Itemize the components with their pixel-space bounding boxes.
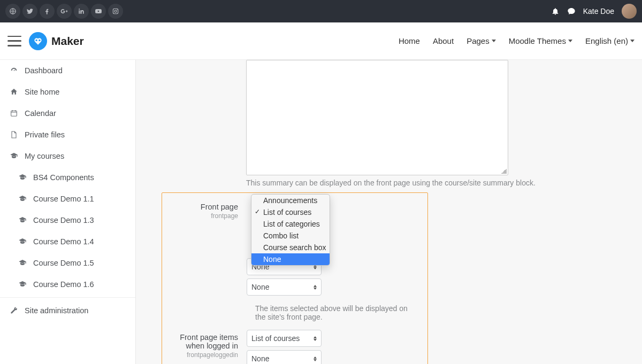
sort-icon <box>314 285 317 290</box>
select-value: List of courses <box>251 334 300 343</box>
sidebar-item-label: Course Demo 1.4 <box>33 237 94 246</box>
label-tech: frontpage <box>172 212 238 220</box>
twitter-icon[interactable] <box>22 4 37 19</box>
sidebar-item-siteadmin[interactable]: Site administration <box>0 300 135 321</box>
nav-pages[interactable]: Pages <box>467 36 496 45</box>
dropdown-option[interactable]: List of courses <box>251 206 330 218</box>
chevron-down-icon <box>568 40 572 42</box>
summary-help-text: This summary can be displayed on the fro… <box>246 179 626 187</box>
chat-icon[interactable] <box>567 7 576 16</box>
navbar: Maker Home About Pages Moodle Themes Eng… <box>0 22 642 60</box>
sidebar-separator <box>0 297 135 298</box>
frontpage-loggedin-selects: List of coursesNoneNone <box>247 330 418 364</box>
google-plus-icon[interactable] <box>57 4 72 19</box>
linkedin-icon[interactable] <box>74 4 89 19</box>
nav-pages-label: Pages <box>467 36 490 45</box>
social-icons <box>5 4 123 19</box>
sidebar-item-label: Course Demo 1.1 <box>33 195 94 203</box>
graduation-cap-icon <box>18 216 27 224</box>
calendar-icon <box>10 109 18 118</box>
frontpage-label: Front page frontpage <box>172 199 247 220</box>
file-icon <box>10 130 18 139</box>
nav-themes[interactable]: Moodle Themes <box>509 36 572 45</box>
youtube-icon[interactable] <box>91 4 106 19</box>
avatar[interactable] <box>622 4 637 19</box>
nav-home-label: Home <box>399 36 420 45</box>
sidebar: Dashboard Site home Calendar Private fil… <box>0 60 136 364</box>
svg-point-2 <box>114 10 117 12</box>
topbar: Kate Doe <box>0 0 642 22</box>
sidebar-item-label: Course Demo 1.5 <box>33 259 94 267</box>
logo-icon <box>29 32 47 50</box>
sidebar-course-item[interactable]: Course Demo 1.1 <box>0 188 135 210</box>
sidebar-item-label: My courses <box>25 152 64 160</box>
svg-point-4 <box>35 39 37 41</box>
nav-links: Home About Pages Moodle Themes English (… <box>399 36 635 45</box>
topbar-right: Kate Doe <box>551 4 637 19</box>
brand-name: Maker <box>51 35 84 48</box>
wrench-icon <box>10 306 18 315</box>
select-field[interactable]: None <box>247 278 322 296</box>
dropdown-option[interactable]: None <box>251 253 330 265</box>
sidebar-item-label: Calendar <box>25 109 56 118</box>
menu-toggle-icon[interactable] <box>7 36 21 47</box>
sort-icon <box>314 357 317 361</box>
nav-themes-label: Moodle Themes <box>509 36 566 45</box>
globe-icon[interactable] <box>5 4 20 19</box>
sidebar-item-dashboard[interactable]: Dashboard <box>0 60 135 81</box>
sidebar-item-sitehome[interactable]: Site home <box>0 81 135 103</box>
sort-icon <box>314 336 317 341</box>
sidebar-course-item[interactable]: Course Demo 1.6 <box>0 274 135 295</box>
nav-language[interactable]: English (en) <box>585 36 635 45</box>
sidebar-item-label: Dashboard <box>25 66 63 75</box>
user-name[interactable]: Kate Doe <box>583 7 614 16</box>
sidebar-course-item[interactable]: BS4 Components <box>0 167 135 188</box>
svg-rect-6 <box>11 111 17 116</box>
frontpage-desc: The items selected above will be display… <box>255 304 418 321</box>
facebook-icon[interactable] <box>40 4 55 19</box>
graduation-cap-icon <box>18 280 27 289</box>
nav-about-label: About <box>433 36 454 45</box>
home-icon <box>10 88 18 96</box>
graduation-cap-icon <box>18 259 27 267</box>
sidebar-course-item[interactable]: Course Demo 1.5 <box>0 252 135 274</box>
sidebar-item-label: Site administration <box>25 306 88 315</box>
sidebar-item-privatefiles[interactable]: Private files <box>0 124 135 145</box>
graduation-cap-icon <box>18 173 27 182</box>
sidebar-item-label: Private files <box>25 130 65 139</box>
select-field[interactable]: List of courses <box>247 330 322 347</box>
chevron-down-icon <box>630 40 635 42</box>
sidebar-course-item[interactable]: Course Demo 1.4 <box>0 231 135 252</box>
sidebar-item-mycourses[interactable]: My courses <box>0 145 135 167</box>
svg-point-5 <box>39 39 40 41</box>
dropdown-option[interactable]: Course search box <box>251 242 330 253</box>
select-value: None <box>251 283 269 291</box>
content: This summary can be displayed on the fro… <box>136 60 642 364</box>
sidebar-item-calendar[interactable]: Calendar <box>0 103 135 124</box>
sidebar-item-label: BS4 Components <box>33 173 94 182</box>
label-tech: frontpageloggedin <box>172 351 238 359</box>
sidebar-item-label: Course Demo 1.6 <box>33 280 94 289</box>
dropdown-option[interactable]: List of categories <box>251 218 330 230</box>
logo[interactable]: Maker <box>29 32 84 50</box>
graduation-cap-icon <box>18 195 27 203</box>
bell-icon[interactable] <box>551 7 560 16</box>
dashboard-icon <box>10 66 18 75</box>
sidebar-course-item[interactable]: Course Demo 1.3 <box>0 210 135 231</box>
nav-about[interactable]: About <box>433 36 454 45</box>
label-text: Front page items when logged in <box>180 333 238 350</box>
dropdown-option[interactable]: Announcements <box>251 195 330 206</box>
frontpage-loggedin-row: Front page items when logged in frontpag… <box>172 330 418 364</box>
chevron-down-icon <box>492 40 496 42</box>
nav-lang-label: English (en) <box>585 36 628 45</box>
instagram-icon[interactable] <box>108 4 123 19</box>
graduation-cap-icon <box>10 152 18 160</box>
graduation-cap-icon <box>18 237 27 246</box>
select-dropdown[interactable]: AnnouncementsList of coursesList of cate… <box>251 194 330 266</box>
dropdown-option[interactable]: Combo list <box>251 230 330 242</box>
summary-textarea[interactable] <box>246 60 508 175</box>
sidebar-item-label: Course Demo 1.3 <box>33 216 94 224</box>
frontpage-settings-group: AnnouncementsList of coursesList of cate… <box>162 192 428 364</box>
nav-home[interactable]: Home <box>399 36 420 45</box>
select-field[interactable]: None <box>247 350 322 364</box>
